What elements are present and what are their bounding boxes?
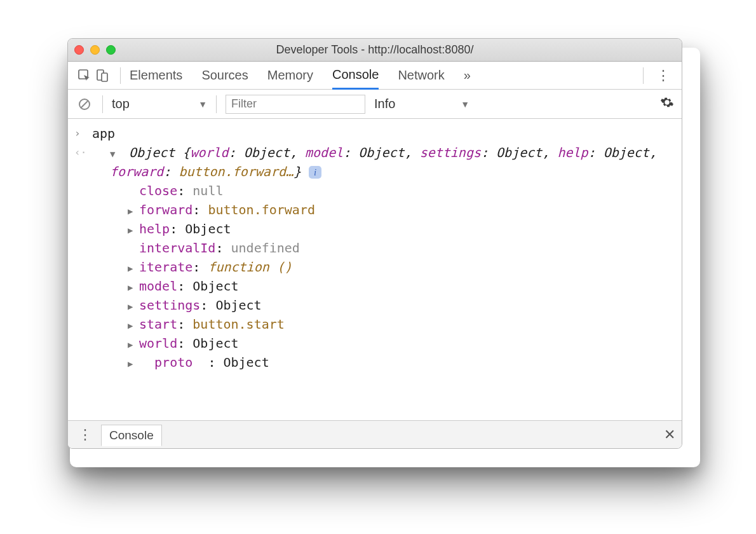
object-property-row[interactable]: settings: Object <box>74 296 675 315</box>
object-property-row[interactable]: help: Object <box>74 219 675 238</box>
svg-rect-2 <box>102 73 107 81</box>
chevron-double-right-icon: » <box>464 68 471 83</box>
expand-toggle[interactable] <box>128 205 139 218</box>
object-property-row[interactable]: close: null <box>74 181 675 200</box>
object-property-row[interactable]: intervalId: undefined <box>74 238 675 257</box>
separator <box>216 95 217 113</box>
drawer: ⋮ Console ✕ <box>68 420 682 448</box>
console-output: › app ‹· Object {world: Object, model: O… <box>68 119 682 420</box>
separator <box>120 67 121 84</box>
minimize-window-button[interactable] <box>90 45 100 55</box>
titlebar: Developer Tools - http://localhost:8080/ <box>68 39 682 62</box>
toggle-device-icon[interactable] <box>93 67 111 85</box>
expand-toggle[interactable] <box>128 281 139 294</box>
drawer-menu-icon[interactable]: ⋮ <box>74 427 96 443</box>
tab-label: Console <box>332 67 379 82</box>
object-property-row[interactable]: model: Object <box>74 277 675 296</box>
traffic-lights <box>74 45 116 55</box>
object-property-row[interactable]: world: Object <box>74 334 675 353</box>
tab-sources[interactable]: Sources <box>201 62 248 89</box>
expand-toggle[interactable] <box>128 300 139 313</box>
separator <box>102 95 103 113</box>
tab-label: Network <box>398 68 444 83</box>
console-input-text: app <box>92 124 675 143</box>
console-output-row: ‹· Object {world: Object, model: Object,… <box>74 143 675 181</box>
info-badge-icon[interactable]: i <box>309 166 321 179</box>
object-property-row[interactable]: start: button.start <box>74 315 675 334</box>
chevron-down-icon: ▼ <box>461 99 469 109</box>
object-property-row[interactable]: forward: button.forward <box>74 200 675 219</box>
level-selector[interactable]: Info ▼ <box>374 97 469 111</box>
tab-label: Sources <box>201 68 248 83</box>
console-input-row: › app <box>74 124 675 143</box>
drawer-tab-console[interactable]: Console <box>101 425 162 446</box>
zoom-window-button[interactable] <box>106 45 116 55</box>
devtools-window: Developer Tools - http://localhost:8080/… <box>67 38 682 449</box>
expand-toggle[interactable] <box>110 147 121 161</box>
inspect-element-icon[interactable] <box>76 67 93 85</box>
console-toolbar: top ▼ Info ▼ <box>68 90 682 119</box>
expand-toggle[interactable] <box>128 224 139 237</box>
expand-toggle[interactable] <box>128 357 139 371</box>
tab-label: Memory <box>267 68 313 83</box>
result-chevron-icon: ‹· <box>74 143 92 160</box>
clear-console-icon[interactable] <box>76 95 93 113</box>
close-drawer-icon[interactable]: ✕ <box>664 427 675 443</box>
object-summary[interactable]: Object {world: Object, model: Object, se… <box>92 143 675 181</box>
settings-gear-icon[interactable] <box>660 95 674 113</box>
context-value: top <box>112 97 130 111</box>
svg-line-4 <box>81 100 88 107</box>
expand-toggle[interactable] <box>128 262 139 275</box>
expand-toggle[interactable] <box>128 319 139 332</box>
window-title: Developer Tools - http://localhost:8080/ <box>68 43 682 57</box>
tab-label: Elements <box>130 68 182 83</box>
tab-network[interactable]: Network <box>398 62 444 89</box>
filter-input[interactable] <box>226 95 365 114</box>
chevron-down-icon: ▼ <box>198 99 207 109</box>
tab-elements[interactable]: Elements <box>130 62 182 89</box>
panel-tabs-row: Elements Sources Memory Console Network … <box>68 62 682 90</box>
more-menu-icon[interactable]: ⋮ <box>652 67 674 84</box>
object-property-row[interactable]: proto : Object <box>74 353 675 372</box>
level-value: Info <box>374 97 395 111</box>
separator <box>643 67 644 84</box>
tabs-overflow[interactable]: » <box>464 62 471 89</box>
tab-console[interactable]: Console <box>332 62 379 90</box>
close-window-button[interactable] <box>74 45 84 55</box>
context-selector[interactable]: top ▼ <box>112 97 207 111</box>
expand-toggle[interactable] <box>128 338 139 352</box>
tab-memory[interactable]: Memory <box>267 62 313 89</box>
panel-tabs: Elements Sources Memory Console Network … <box>130 62 471 89</box>
prompt-chevron-icon: › <box>74 124 92 141</box>
object-property-row[interactable]: iterate: function () <box>74 257 675 277</box>
